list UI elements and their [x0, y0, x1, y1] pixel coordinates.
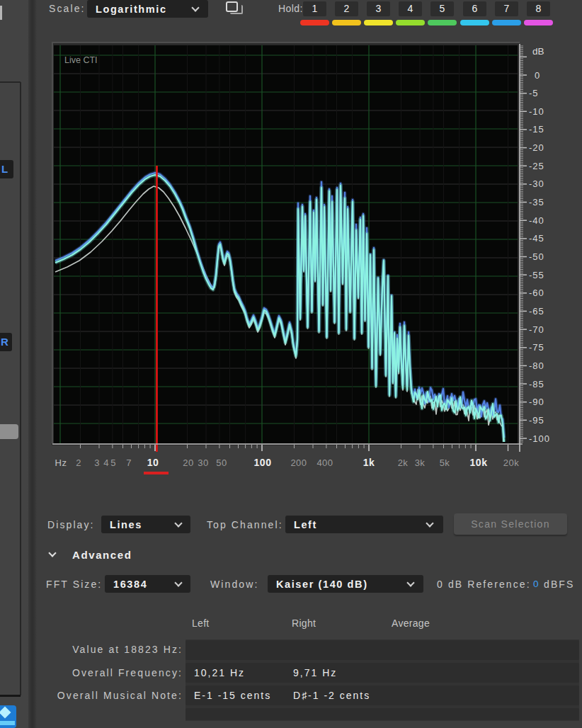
- svg-text:3: 3: [94, 457, 100, 468]
- svg-text:7: 7: [126, 457, 132, 468]
- svg-text:-100: -100: [529, 433, 550, 444]
- svg-text:-90: -90: [529, 397, 544, 407]
- svg-text:-85: -85: [529, 379, 544, 389]
- svg-text:5k: 5k: [440, 457, 450, 468]
- svg-text:-25: -25: [529, 161, 544, 171]
- svg-text:-70: -70: [529, 324, 544, 335]
- svg-text:dB: dB: [532, 46, 544, 57]
- svg-text:Hz: Hz: [55, 457, 67, 468]
- svg-text:100: 100: [254, 457, 272, 468]
- svg-text:400: 400: [316, 457, 333, 468]
- svg-text:-45: -45: [529, 233, 544, 244]
- svg-text:1k: 1k: [363, 457, 375, 468]
- svg-text:-50: -50: [529, 251, 544, 262]
- svg-text:-30: -30: [529, 178, 544, 189]
- svg-text:2: 2: [76, 457, 81, 468]
- svg-text:-55: -55: [529, 270, 544, 280]
- svg-text:-10: -10: [529, 106, 544, 117]
- svg-text:0: 0: [535, 70, 540, 81]
- svg-text:4: 4: [103, 457, 109, 468]
- svg-text:Live CTI: Live CTI: [64, 55, 98, 65]
- svg-text:-35: -35: [529, 197, 544, 207]
- svg-text:-20: -20: [529, 142, 544, 153]
- svg-text:-65: -65: [529, 306, 544, 317]
- svg-text:-75: -75: [529, 342, 544, 353]
- svg-text:200: 200: [290, 457, 307, 468]
- svg-text:20k: 20k: [503, 457, 519, 468]
- svg-text:-40: -40: [529, 215, 544, 226]
- svg-text:-95: -95: [529, 415, 544, 426]
- svg-text:30: 30: [198, 457, 208, 468]
- svg-text:-60: -60: [529, 288, 544, 298]
- svg-text:-80: -80: [529, 360, 544, 371]
- svg-text:20: 20: [183, 457, 193, 468]
- svg-text:10k: 10k: [470, 457, 488, 468]
- svg-text:-5: -5: [529, 88, 539, 98]
- svg-text:3k: 3k: [415, 457, 426, 468]
- svg-text:50: 50: [216, 457, 227, 468]
- svg-text:10: 10: [147, 457, 159, 468]
- svg-text:5: 5: [110, 457, 116, 468]
- svg-text:2k: 2k: [398, 457, 409, 468]
- svg-text:-15: -15: [529, 124, 544, 135]
